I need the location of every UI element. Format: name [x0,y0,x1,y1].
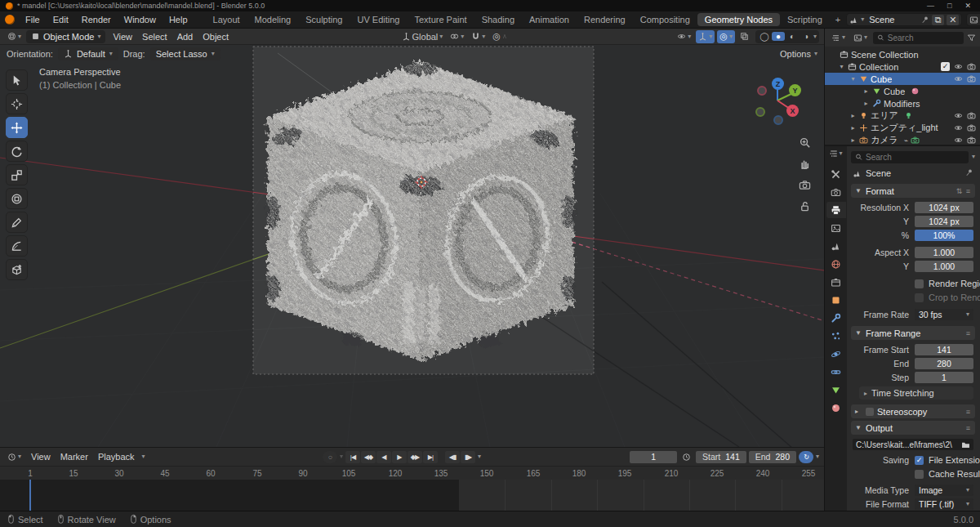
stereoscopy-checkbox[interactable] [866,408,874,416]
tool-button[interactable] [6,93,28,114]
workspace-tab[interactable]: Animation [522,13,577,26]
gizmo-y-axis[interactable]: Y [789,84,801,96]
gizmo-minus-x-axis[interactable] [757,86,767,96]
scene-name[interactable]: Scene [866,15,919,25]
timeline-track-area[interactable]: 1 [0,480,824,511]
properties-tab[interactable] [826,166,846,182]
disable-render-camera-icon[interactable] [967,62,976,71]
disable-render-camera-icon[interactable] [967,136,976,145]
viewport-menu-item[interactable]: View [108,32,137,42]
maximize-icon[interactable]: □ [947,2,951,10]
outliner-display-mode[interactable]: ▾ [851,31,870,44]
cache-result-checkbox[interactable] [915,470,924,479]
properties-search-input[interactable] [866,153,964,162]
playback-button[interactable]: ◀◆ [361,451,376,463]
proportional-editing-toggle[interactable]: ◎∧ [490,30,509,43]
workspace-tab[interactable]: Layout [206,13,247,26]
outliner-row[interactable]: ▸ Modifiers ⌁ ✓ [825,97,980,109]
disable-render-camera-icon[interactable] [967,123,976,132]
viewport-menu-item[interactable]: Add [172,32,198,42]
menu-item[interactable]: File [19,14,47,25]
tool-button[interactable] [6,141,28,162]
expand-caret-icon[interactable]: ▸ [849,136,857,144]
blender-menu-icon[interactable] [5,15,15,25]
current-frame-line[interactable] [29,480,31,511]
workspace-tab[interactable]: Shading [474,13,522,26]
panel-options-icon[interactable]: ⇅ ≡ [956,187,971,195]
properties-tab[interactable] [826,328,846,344]
unlink-scene-icon[interactable]: ✕ [947,15,959,25]
add-workspace-button[interactable]: + [830,15,846,25]
playback-button[interactable]: ◀ [376,451,391,463]
gizmo-minus-z-axis[interactable] [773,115,783,125]
shading-rendered-icon[interactable]: ◑ [800,32,813,41]
timeline-menu-item[interactable]: View [26,452,56,462]
properties-editor-selector[interactable]: ▾ [829,149,842,159]
menu-item[interactable]: Edit [47,14,75,25]
menu-item[interactable]: Render [75,14,118,25]
time-stretching-subpanel[interactable]: ▸ Time Stretching [859,386,973,400]
transform-orientation-selector[interactable]: Global▾ [399,30,446,43]
close-icon[interactable]: ✕ [964,2,971,10]
folder-icon[interactable] [961,440,970,449]
aspect-y-field[interactable]: 1.000 [915,261,973,272]
hide-viewport-eye-icon[interactable] [954,74,963,83]
editor-type-selector[interactable]: ▾ [5,30,24,43]
gizmo-minus-y-axis[interactable] [755,107,765,117]
workspace-tab[interactable]: Modeling [247,13,299,26]
properties-tab[interactable] [826,346,846,362]
camera-view-icon[interactable] [799,179,811,191]
tool-button[interactable] [6,117,28,138]
frame-end-field[interactable]: 280 [915,358,973,369]
gizmo-z-axis[interactable]: Z [772,78,784,90]
keying-sync-icon[interactable]: ↻ [799,451,813,463]
viewport-menu-item[interactable]: Object [198,32,234,42]
disable-render-camera-icon[interactable] [967,74,976,83]
properties-search[interactable] [851,151,969,163]
timeline-editor-selector[interactable]: ▾ [5,450,24,463]
workspace-tab[interactable]: Scripting [780,13,830,26]
shading-material-icon[interactable]: ◐ [786,32,799,41]
current-frame-field[interactable]: 1 [630,451,677,463]
tool-button[interactable] [6,164,28,185]
resolution-percentage-field[interactable]: 100% [915,230,973,241]
hide-viewport-eye-icon[interactable] [954,111,963,120]
expand-caret-icon[interactable]: ▸ [849,112,857,119]
disable-render-camera-icon[interactable] [967,111,976,120]
output-panel-header[interactable]: ▼ Output ≡ [851,421,975,435]
workspace-tab[interactable]: Rendering [577,13,633,26]
properties-tab[interactable] [826,310,846,326]
frame-start-field[interactable]: 141 [915,344,973,355]
frame-start-field[interactable]: Start141 [696,451,746,463]
breadcrumb-scene-label[interactable]: Scene [866,168,891,178]
menu-item[interactable]: Window [118,14,163,25]
show-gizmo-toggle[interactable]: ▾ [696,30,715,43]
zoom-icon[interactable] [799,136,811,149]
timeline-menu-item[interactable]: Playback [93,452,140,462]
tool-button[interactable] [6,259,28,280]
workspace-tab[interactable]: UV Editing [350,13,407,26]
menu-item[interactable]: Help [163,14,194,25]
search-filter-chevron[interactable]: ▾ [972,154,975,160]
tool-button[interactable] [6,188,28,209]
expand-caret-icon[interactable]: ▾ [849,75,857,83]
minimize-icon[interactable]: — [927,2,934,10]
expand-caret-icon[interactable]: ▾ [838,63,845,70]
output-path-field[interactable]: C:\Users\kait...el\frames\2\ [853,439,973,450]
auto-keying-toggle[interactable]: ◌ [323,451,337,463]
snap-toggle[interactable]: ▾ [469,30,488,43]
new-scene-button[interactable]: ⧉ [932,15,944,25]
frame-rate-dropdown[interactable]: 30 fps▾ [915,309,973,320]
resolution-y-field[interactable]: 1024 px [915,216,973,227]
resolution-x-field[interactable]: 1024 px [915,202,973,213]
timeline-menu-item[interactable]: Marker [56,452,93,462]
outliner-row[interactable]: ▾ Collection ⌁ ✓ [825,60,980,73]
playback-button[interactable]: ▶| [423,451,438,463]
frame-range-panel-header[interactable]: ▼ Frame Range ≡ [851,326,975,340]
frame-step-field[interactable]: 1 [915,372,973,383]
workspace-tab[interactable]: Compositing [633,13,697,26]
gizmo-x-axis[interactable]: X [786,105,799,117]
workspace-tab[interactable]: Texture Paint [407,13,474,26]
tool-button[interactable] [6,69,28,91]
properties-tab[interactable] [826,400,846,416]
